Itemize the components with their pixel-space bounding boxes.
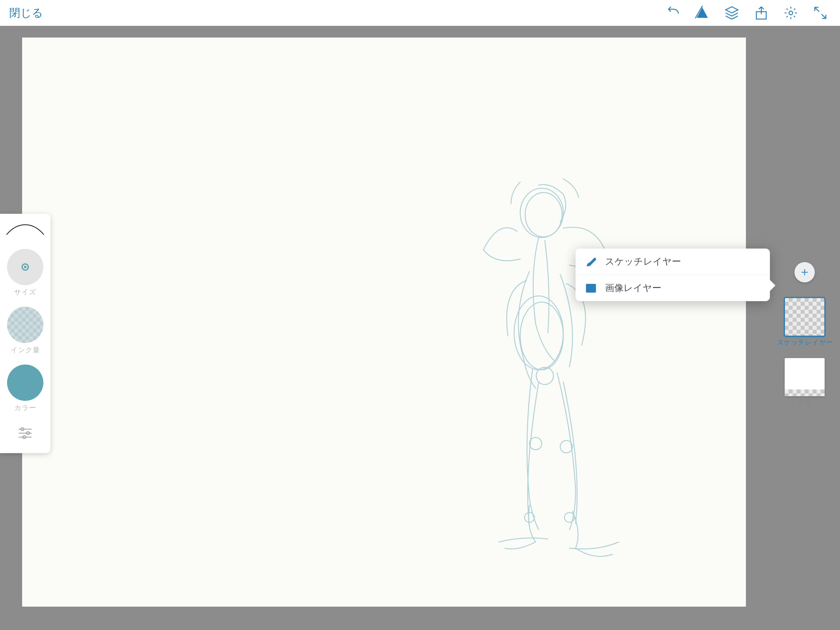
brush-size-control[interactable] <box>7 249 43 285</box>
svg-point-3 <box>525 193 562 237</box>
sketch-artwork <box>22 38 746 606</box>
layer-thumbnail-background[interactable] <box>785 358 825 396</box>
ink-amount-control[interactable] <box>7 307 43 343</box>
layer-label-sketch: スケッチレイヤー <box>777 338 833 347</box>
image-icon <box>586 283 597 294</box>
svg-point-5 <box>520 302 563 370</box>
layer-label-background: 背景 <box>798 398 812 407</box>
svg-point-8 <box>560 440 573 453</box>
shapes-icon[interactable] <box>695 6 710 20</box>
layer-thumbnail-sketch[interactable] <box>785 298 825 336</box>
fullscreen-icon[interactable] <box>813 6 828 20</box>
drawing-canvas[interactable] <box>22 38 746 606</box>
add-layer-popover: スケッチレイヤー 画像レイヤー <box>576 249 770 301</box>
brush-stroke-preview[interactable] <box>6 223 45 236</box>
settings-icon[interactable] <box>783 6 798 20</box>
workspace: サイズ インク量 カラー スケッチレイヤー <box>0 26 840 630</box>
layers-icon[interactable] <box>725 6 739 20</box>
add-sketch-layer-item[interactable]: スケッチレイヤー <box>576 249 770 275</box>
layers-panel: スケッチレイヤー 背景 <box>775 262 834 418</box>
color-control[interactable] <box>7 364 43 401</box>
add-image-layer-item[interactable]: 画像レイヤー <box>576 275 770 301</box>
add-layer-button[interactable] <box>794 262 815 282</box>
svg-point-10 <box>524 513 534 522</box>
brush-size-label: サイズ <box>14 288 36 297</box>
top-toolbar: 閉じる <box>0 0 840 26</box>
brush-icon <box>586 256 597 268</box>
share-icon[interactable] <box>754 6 769 20</box>
brush-tools-panel: サイズ インク量 カラー <box>0 214 51 453</box>
ink-amount-label: インク量 <box>11 345 40 355</box>
svg-point-18 <box>589 286 591 288</box>
svg-point-7 <box>529 437 542 450</box>
image-layer-label: 画像レイヤー <box>605 282 662 294</box>
color-label: カラー <box>14 403 36 413</box>
close-button[interactable]: 閉じる <box>9 6 43 21</box>
sketch-layer-label: スケッチレイヤー <box>605 255 681 268</box>
undo-icon[interactable] <box>665 6 680 20</box>
svg-point-1 <box>789 11 793 15</box>
sliders-icon[interactable] <box>17 426 33 441</box>
